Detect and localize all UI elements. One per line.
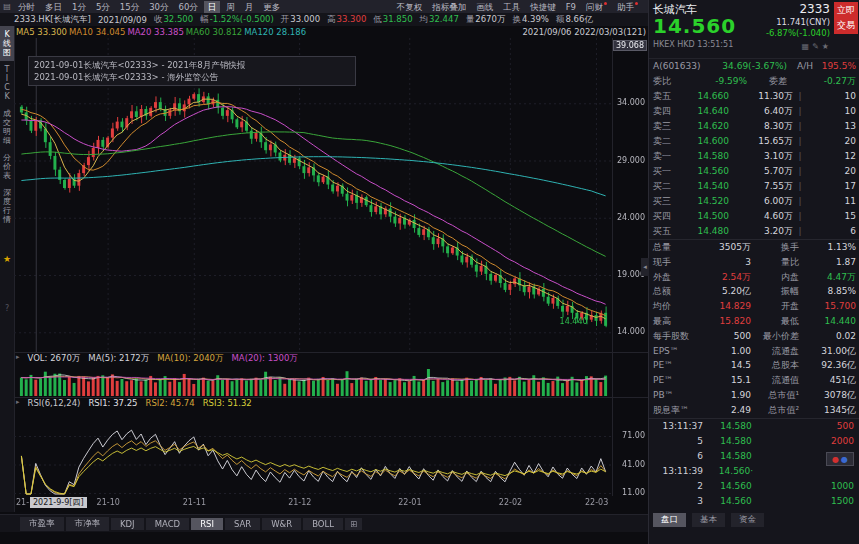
sidebar-tab-K线图[interactable]: K线图 <box>0 26 14 61</box>
indicator-tab-市净率[interactable]: 市净率 <box>66 517 110 531</box>
period-tab-日[interactable]: 日 <box>204 1 221 13</box>
chart-icon[interactable]: ▦ <box>802 42 813 51</box>
period-tab-周[interactable]: 周 <box>222 1 239 13</box>
toolbar-item-快捷键[interactable]: 快捷键 <box>526 1 560 13</box>
favorite-star-icon[interactable]: ★ <box>0 254 14 264</box>
help-icon[interactable]: ? <box>0 304 14 313</box>
blue-dot-icon[interactable]: ● <box>841 455 848 464</box>
top-toolbar: ▤ 分时多日1分5分15分30分60分日周月更多 不复权指标叠加画线工具快捷键F… <box>0 0 648 14</box>
weicha-value: -0.27万 <box>787 74 856 89</box>
kline-chart[interactable]: 39.068 34.00029.00024.00019.00014.000 20… <box>14 38 648 352</box>
period-tab-5分[interactable]: 5分 <box>92 1 114 13</box>
trade-tick-row[interactable]: 13:11:3714.580500 <box>649 419 859 434</box>
period-tab-月[interactable]: 月 <box>241 1 258 13</box>
volume-axis <box>612 353 648 397</box>
panel-tabs: 盘口基本资金 <box>649 509 859 527</box>
book-row-卖一[interactable]: 卖一14.5803.10万|12 <box>649 149 859 164</box>
crosshair-date-label: 2021-9-9[四] <box>30 497 87 508</box>
indicator-tab-BOLL[interactable]: BOLL <box>303 518 343 530</box>
x-label-21-11: 21-11 <box>183 498 206 507</box>
quote-action-icons[interactable]: ▦✎★ <box>802 42 832 51</box>
sidebar-tab-成交明细[interactable]: 成交明细 <box>0 105 14 149</box>
panel-tab-基本[interactable]: 基本 <box>692 513 725 527</box>
book-row-买二[interactable]: 买二14.5407.55万|17 <box>649 179 859 194</box>
collapse-handle[interactable]: ◂ <box>641 258 649 276</box>
book-row-买五[interactable]: 买五14.4803.20万|6 <box>649 224 859 239</box>
rsi-RSI3: RSI3: 51.32 <box>203 398 252 408</box>
book-row-卖三[interactable]: 卖三14.6208.30万|13 <box>649 119 859 134</box>
toolbar-item-指标叠加[interactable]: 指标叠加 <box>428 1 470 13</box>
panel-tab-盘口[interactable]: 盘口 <box>653 513 686 527</box>
grid-icon[interactable]: ⊞ <box>345 518 362 530</box>
info-segment: 量2670万 <box>466 14 506 26</box>
volume-header: ▸VOL: 2670万MA(5): 2172万MA(10): 2040万MA(2… <box>16 353 298 365</box>
period-tab-更多[interactable]: 更多 <box>259 1 284 13</box>
period-tab-60分[interactable]: 60分 <box>175 1 202 13</box>
app-window: ▤ 分时多日1分5分15分30分60分日周月更多 不复权指标叠加画线工具快捷键F… <box>0 0 859 544</box>
toolbar-item-不复权[interactable]: 不复权 <box>393 1 427 13</box>
stat-row: 均价14.829开盘15.700 <box>649 299 859 314</box>
indicator-tab-市盈率[interactable]: 市盈率 <box>20 517 64 531</box>
ma-indicator-bar: MA5 33.300MA10 34.045MA20 33.385MA60 30.… <box>14 26 648 38</box>
rsi-canvas[interactable] <box>14 410 613 496</box>
edit-icon[interactable]: ✎ <box>812 42 822 51</box>
ma-values: MA5 33.300MA10 34.045MA20 33.385MA60 30.… <box>16 27 306 37</box>
favorite-star-icon[interactable]: ★ <box>822 42 832 51</box>
book-row-卖五[interactable]: 卖五14.66011.30万|10 <box>649 89 859 104</box>
toolbar-item-画线[interactable]: 画线 <box>472 1 497 13</box>
red-dot-icon[interactable]: ● <box>832 455 839 464</box>
indicator-tab-KDJ[interactable]: KDJ <box>111 518 144 530</box>
price-tick-29.000: 29.000 <box>617 156 645 165</box>
volume-canvas[interactable] <box>14 366 613 396</box>
sidebar-tab-深度行情[interactable]: 深度行情 <box>0 184 14 228</box>
period-tab-15分[interactable]: 15分 <box>116 1 143 13</box>
indicator-tab-W&R[interactable]: W&R <box>262 518 301 530</box>
rsi-pane[interactable]: ▸RSI(6,12,24)RSI1: 37.25RSI2: 45.74RSI3:… <box>14 397 648 496</box>
book-row-买三[interactable]: 买三14.5206.00万|11 <box>649 194 859 209</box>
ma-value-MA120: MA120 28.186 <box>244 27 306 37</box>
toolbar-item-工具[interactable]: 工具 <box>499 1 524 13</box>
a-share-row[interactable]: A(601633) 34.69(-3.67%) A/H 195.5% <box>649 58 859 74</box>
book-row-卖四[interactable]: 卖四14.6406.40万|10 <box>649 104 859 119</box>
stat-row: 外盘2.54万内盘4.47万 <box>649 270 859 285</box>
toolbar-item-助手[interactable]: 助手 <box>613 1 642 13</box>
price-tick-34.000: 34.000 <box>617 98 645 107</box>
trade-now-button[interactable]: 立即交易 <box>834 2 858 34</box>
trade-tick-row[interactable]: 214.5601000 <box>649 479 859 494</box>
exchange-time: HKEX HKD 13:51:51 <box>653 40 733 49</box>
info-segment: 2333.HK[长城汽车] <box>14 14 91 26</box>
floating-icons[interactable]: ●● <box>826 452 854 466</box>
date-range-label: 2021/09/06 2022/03/03(121) <box>522 27 648 37</box>
volume-pane[interactable]: ▸VOL: 2670万MA(5): 2172万MA(10): 2040万MA(2… <box>14 352 648 397</box>
sidebar-tab-TICK[interactable]: TICK <box>0 61 14 105</box>
period-tab-1分[interactable]: 1分 <box>68 1 90 13</box>
book-row-买四[interactable]: 买四14.5004.60万|15 <box>649 209 859 224</box>
indicator-tab-SAR[interactable]: SAR <box>225 518 260 530</box>
info-segment: 低31.850 <box>373 14 412 26</box>
stat-row: EPS™1.00流通盘31.00亿 <box>649 344 859 359</box>
indicator-tab-RSI[interactable]: RSI <box>191 518 223 530</box>
stat-row: 总量3505万换手1.13% <box>649 240 859 255</box>
trade-tick-row[interactable]: 514.5802000 <box>649 434 859 449</box>
weicha-label: 委差 <box>747 74 787 89</box>
info-segment: 2021/09/09 <box>98 15 147 25</box>
sidebar-tab-分价表[interactable]: 分价表 <box>0 149 14 184</box>
period-tab-30分[interactable]: 30分 <box>145 1 172 13</box>
stock-code: 2333 <box>799 2 830 16</box>
panel-tab-资金[interactable]: 资金 <box>731 513 764 527</box>
menu-icon[interactable]: ▤ <box>0 2 14 11</box>
x-label-first: 21- <box>16 498 29 507</box>
pane-fold-icon: ▸ <box>16 353 20 365</box>
book-row-卖二[interactable]: 卖二14.60015.65万|20 <box>649 134 859 149</box>
quote-header: 长城汽车 2333 立即交易 14.560 11.741(CNY) -6.87%… <box>649 0 859 58</box>
period-tab-分时[interactable]: 分时 <box>14 1 39 13</box>
toolbar-item-F9[interactable]: F9 <box>562 1 580 13</box>
stat-row: 现手3量比1.87 <box>649 255 859 270</box>
toolbar-item-问财[interactable]: 问财 <box>582 1 611 13</box>
book-row-买一[interactable]: 买一14.5605.70万|20 <box>649 164 859 179</box>
period-tab-多日[interactable]: 多日 <box>41 1 66 13</box>
indicator-tab-MACD[interactable]: MACD <box>146 518 189 530</box>
trade-tick-row[interactable]: 314.5601500 <box>649 494 859 509</box>
low-price-marker: 14.440 <box>560 317 588 326</box>
stats-grid: 总量3505万换手1.13%现手3量比1.87外盘2.54万内盘4.47万总额5… <box>649 239 859 418</box>
